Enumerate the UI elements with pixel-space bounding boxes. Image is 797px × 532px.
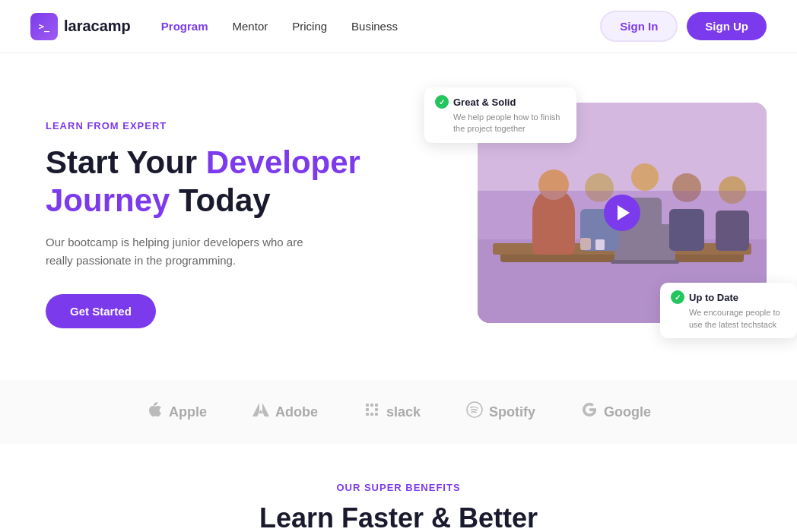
logo-text: laracamp: [64, 17, 131, 35]
navbar-left: laracamp Program Mentor Pricing Business: [30, 13, 398, 40]
tooltip-desc-top: We help people how to finish the project…: [435, 112, 566, 135]
nav-link-business[interactable]: Business: [351, 20, 398, 33]
svg-rect-16: [716, 211, 749, 251]
svg-rect-20: [370, 404, 373, 407]
tooltip-great-solid: Great & Solid We help people how to fini…: [424, 87, 576, 143]
svg-point-7: [538, 169, 569, 200]
partner-adobe: Adobe: [252, 401, 318, 423]
tooltip-header-bottom: Up to Date: [671, 290, 786, 304]
svg-rect-21: [375, 404, 378, 407]
svg-rect-24: [366, 413, 369, 416]
svg-rect-22: [366, 408, 369, 411]
svg-rect-2: [500, 247, 744, 262]
signup-button[interactable]: Sign Up: [687, 12, 767, 40]
check-icon-top: [435, 95, 449, 109]
hero-title-journey: Journey: [46, 182, 170, 218]
svg-point-6: [532, 188, 575, 237]
tooltip-desc-bottom: We encourage people to use the latest te…: [671, 307, 786, 331]
partner-slack: slack: [364, 401, 421, 423]
partner-spotify: Spotify: [466, 401, 535, 423]
partner-google-label: Google: [604, 404, 651, 420]
partner-spotify-label: Spotify: [489, 404, 535, 420]
benefits-tag: OUR SUPER BENEFITS: [30, 482, 767, 493]
tooltip-header-top: Great & Solid: [435, 95, 566, 109]
svg-rect-14: [669, 209, 704, 251]
hero-title-part1: Start Your: [46, 144, 206, 180]
partner-slack-label: slack: [386, 404, 421, 420]
spotify-icon: [466, 401, 483, 423]
google-icon: [581, 401, 598, 423]
logo-icon: [30, 13, 58, 40]
hero-title-today: Today: [170, 182, 270, 218]
svg-point-15: [719, 176, 746, 204]
svg-rect-25: [370, 413, 373, 416]
tooltip-title-bottom: Up to Date: [689, 292, 738, 303]
svg-rect-17: [580, 238, 591, 250]
hero-title-highlight: Developer: [206, 144, 360, 180]
nav-link-program[interactable]: Program: [161, 20, 208, 33]
navbar-right: Sign In Sign Up: [600, 11, 767, 42]
apple-icon: [146, 401, 163, 423]
nav-link-pricing[interactable]: Pricing: [292, 20, 327, 33]
benefits-title: Learn Faster & Better: [30, 502, 767, 532]
svg-rect-26: [375, 413, 378, 416]
svg-rect-5: [611, 260, 679, 264]
hero-left: LEARN FROM EXPERT Start Your Developer J…: [46, 120, 365, 329]
partner-apple-label: Apple: [169, 404, 207, 420]
partners-section: Apple Adobe slack: [0, 380, 797, 444]
signin-button[interactable]: Sign In: [600, 11, 678, 42]
svg-point-9: [585, 173, 614, 202]
navbar: laracamp Program Mentor Pricing Business…: [0, 0, 797, 53]
svg-rect-19: [366, 404, 369, 407]
adobe-icon: [252, 401, 269, 423]
tooltip-uptodate: Up to Date We encourage people to use th…: [660, 283, 797, 338]
nav-links: Program Mentor Pricing Business: [161, 20, 398, 33]
svg-rect-23: [375, 408, 378, 411]
svg-rect-18: [595, 239, 605, 250]
tooltip-title-top: Great & Solid: [453, 97, 516, 108]
svg-point-13: [672, 173, 701, 202]
slack-icon: [364, 401, 380, 423]
logo[interactable]: laracamp: [30, 13, 131, 40]
partner-google: Google: [581, 401, 651, 423]
hero-right: Great & Solid We help people how to fini…: [447, 103, 767, 346]
benefits-section: OUR SUPER BENEFITS Learn Faster & Better: [0, 444, 797, 532]
hero-tag: LEARN FROM EXPERT: [46, 120, 365, 131]
get-started-button[interactable]: Get Started: [46, 294, 156, 328]
svg-rect-3: [493, 243, 751, 255]
partner-adobe-label: Adobe: [275, 404, 318, 420]
nav-link-mentor[interactable]: Mentor: [233, 20, 268, 33]
partner-apple: Apple: [146, 401, 207, 423]
svg-point-11: [631, 163, 659, 191]
play-button[interactable]: [604, 195, 640, 231]
hero-title: Start Your Developer Journey Today: [46, 144, 365, 220]
hero-section: LEARN FROM EXPERT Start Your Developer J…: [0, 53, 797, 380]
check-icon-bottom: [671, 290, 684, 304]
svg-rect-8: [532, 209, 575, 255]
hero-description: Our bootcamp is helping junior developer…: [46, 233, 304, 270]
